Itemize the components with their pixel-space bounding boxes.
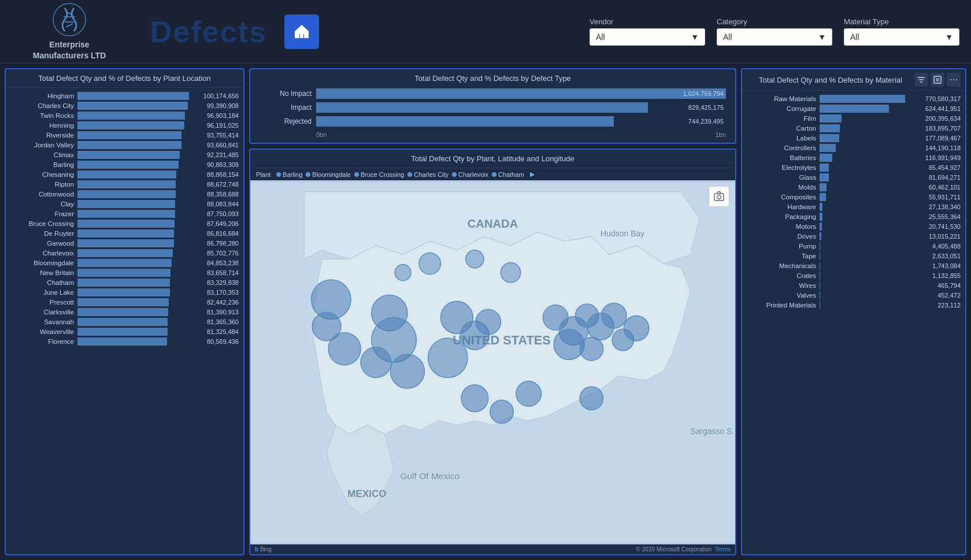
material-value: 27,138,340 — [909, 203, 961, 210]
list-item: Wires 465,794 — [747, 281, 961, 290]
bar-label: Garwood — [10, 240, 74, 247]
legend-item: Bloomingdale — [306, 171, 351, 178]
svg-point-38 — [466, 250, 484, 268]
list-item: Carton 183,895,707 — [747, 124, 961, 132]
category-filter-group: Category All ▼ — [717, 17, 832, 46]
bar-track — [77, 161, 189, 169]
list-item: June Lake 83,170,353 — [10, 288, 239, 296]
legend-dot — [354, 172, 359, 177]
material-value: 2,633,051 — [909, 253, 961, 259]
bar-label: Twin Rocks — [10, 112, 74, 119]
bar-track — [77, 249, 189, 257]
material-label: Composites — [747, 194, 816, 201]
list-item: Weaverville 81,325,484 — [10, 328, 239, 336]
bar-fill — [77, 308, 168, 316]
material-fill — [820, 252, 820, 260]
svg-point-29 — [554, 329, 584, 360]
bar-value: 90,883,309 — [192, 161, 239, 168]
list-item: Pump 4,405,488 — [747, 242, 961, 250]
svg-point-37 — [419, 253, 440, 274]
material-label: Motors — [747, 223, 816, 230]
filter-icon-btn[interactable] — [914, 73, 928, 87]
svg-point-22 — [476, 309, 501, 335]
material-label: Valves — [747, 292, 816, 299]
material-fill — [820, 281, 820, 290]
left-panel: Total Defect Qty and % of Defects by Pla… — [5, 68, 244, 555]
plant-bar-list[interactable]: Hingham 100,174,656 Charles City 99,390,… — [6, 88, 243, 554]
material-value: 452,472 — [909, 292, 961, 299]
svg-point-19 — [390, 354, 424, 388]
list-item: Printed Materials 223,112 — [747, 301, 961, 309]
material-list[interactable]: Raw Materials 770,580,317 Corrugate 624,… — [742, 91, 965, 554]
bar-track — [77, 151, 189, 159]
material-fill — [820, 164, 829, 172]
vendor-select[interactable]: All ▼ — [590, 28, 705, 46]
expand-icon-btn[interactable] — [931, 73, 944, 87]
material-label: Drives — [747, 233, 816, 240]
legend-arrow-icon[interactable]: ▶ — [530, 170, 535, 178]
list-item: Drives 13,015,221 — [747, 232, 961, 240]
defect-track: 829,425,175 — [316, 102, 726, 113]
bar-track — [77, 92, 189, 100]
bar-value: 87,649,206 — [192, 220, 239, 227]
svg-text:MEXICO: MEXICO — [347, 488, 386, 499]
legend-item: Barling — [276, 171, 302, 178]
material-label: Film — [747, 115, 816, 122]
bar-fill — [77, 161, 179, 169]
category-label: Category — [717, 17, 832, 26]
panel-icons: ⋯ — [914, 73, 961, 87]
bar-fill — [77, 229, 174, 238]
defect-fill — [316, 102, 648, 113]
defect-value: 1,024,769,794 — [683, 90, 724, 97]
bar-fill — [77, 102, 188, 110]
material-type-select[interactable]: All ▼ — [844, 28, 959, 46]
bar-track — [77, 180, 189, 188]
main-content: Total Defect Qty and % of Defects by Pla… — [0, 64, 971, 560]
material-track — [820, 291, 905, 299]
svg-point-15 — [328, 333, 361, 365]
svg-point-35 — [516, 381, 542, 407]
material-fill — [820, 301, 820, 309]
bar-value: 93,755,414 — [192, 132, 239, 139]
material-fill — [820, 173, 829, 181]
material-fill — [820, 232, 821, 240]
bar-label: Bloomingdale — [10, 259, 74, 266]
list-item: Jordan Valley 93,660,841 — [10, 141, 239, 149]
list-item: Garwood 86,798,280 — [10, 239, 239, 247]
list-item: Packaging 25,555,364 — [747, 213, 961, 221]
list-item: Mechanicals 1,743,084 — [747, 262, 961, 270]
list-item: Twin Rocks 96,903,184 — [10, 112, 239, 120]
bar-value: 92,231,485 — [192, 151, 239, 158]
material-label: Pump — [747, 243, 816, 250]
svg-text:Hudson Bay: Hudson Bay — [601, 229, 644, 238]
legend-label: Barling — [283, 171, 302, 178]
bar-value: 83,658,714 — [192, 269, 239, 276]
map-footer: b Bing © 2020 Microsoft Corporation Term… — [250, 544, 735, 554]
legend-label: Charlevoix — [458, 171, 488, 178]
material-value: 624,441,951 — [909, 105, 961, 112]
defect-value: 829,425,175 — [688, 104, 724, 111]
list-item: Ripton 88,672,748 — [10, 180, 239, 188]
bar-fill — [77, 190, 176, 198]
bar-fill — [77, 200, 175, 208]
material-type-chevron-icon: ▼ — [945, 32, 953, 42]
more-options-btn[interactable]: ⋯ — [947, 73, 961, 87]
bar-value: 88,868,154 — [192, 171, 239, 178]
bar-value: 81,365,360 — [192, 318, 239, 325]
map-copyright: © 2020 Microsoft Corporation Terms — [636, 546, 731, 552]
material-fill — [820, 114, 842, 123]
material-label: Electrolytes — [747, 164, 816, 171]
material-fill — [820, 213, 822, 221]
plant-legend-label: Plant — [256, 171, 270, 178]
legend-label: Bruce Crossing — [361, 171, 404, 178]
defect-track: 744,239,495 — [316, 116, 726, 127]
material-label: Printed Materials — [747, 302, 816, 309]
terms-link[interactable]: Terms — [715, 546, 731, 552]
home-button[interactable] — [284, 14, 319, 49]
bar-track — [77, 220, 189, 228]
legend-label: Charles City — [414, 171, 449, 178]
map-camera-button[interactable] — [709, 186, 729, 207]
category-select[interactable]: All ▼ — [717, 28, 832, 46]
category-chevron-icon: ▼ — [818, 32, 826, 42]
list-item: Savannah 81,365,360 — [10, 318, 239, 326]
